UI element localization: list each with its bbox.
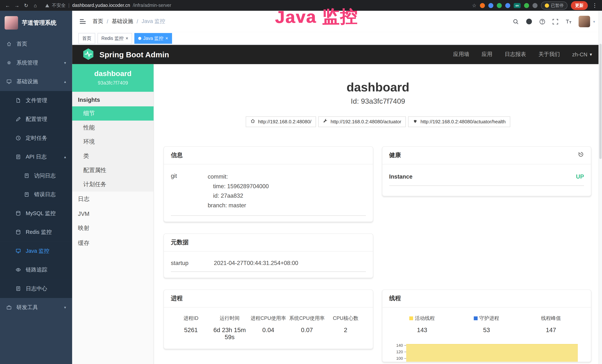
header-actions: ▾ — [512, 16, 595, 27]
font-size-icon[interactable] — [565, 18, 572, 24]
close-icon[interactable] — [126, 36, 128, 41]
sidebar-item-access-logs[interactable]: 访问日志 — [0, 166, 72, 185]
extension-on-badge[interactable]: on — [514, 3, 521, 8]
extension-leaf-icon[interactable] — [524, 3, 529, 8]
github-icon[interactable] — [526, 18, 532, 25]
profile-paused-chip[interactable]: 已暂停 — [541, 1, 568, 9]
status-badge: UP — [576, 173, 584, 180]
metric-value: 0.04 — [249, 327, 288, 334]
chevron-down-icon: ▾ — [590, 52, 592, 57]
sidebar-item-error-logs[interactable]: 错误日志 — [0, 185, 72, 204]
sidebar-toggle-icon[interactable] — [79, 18, 86, 25]
sba-item-logs[interactable]: 日志 — [72, 192, 153, 207]
not-secure-icon — [45, 4, 49, 7]
cards-row-1: 信息 git commit: time: 1596289704000 — [163, 146, 591, 222]
fullscreen-icon[interactable] — [552, 18, 559, 25]
breadcrumb-infrastructure[interactable]: 基础设施 — [112, 18, 133, 25]
extension-puzzle-icon[interactable] — [532, 3, 538, 8]
sba-nav-applications[interactable]: 应用 — [482, 51, 492, 58]
forward-icon[interactable]: → — [13, 2, 21, 8]
annotation-java-monitor: Java 监控 — [275, 5, 358, 29]
sidebar-item-system[interactable]: 系统管理 ▾ — [0, 54, 72, 72]
tab-redis-monitor[interactable]: Redis 监控 — [97, 33, 132, 44]
sba-nav-about[interactable]: 关于我们 — [538, 51, 560, 58]
profile-emoji-icon — [545, 3, 549, 8]
sidebar-item-config-management[interactable]: 配置管理 — [0, 110, 72, 128]
back-icon[interactable]: ← — [4, 2, 11, 8]
breadcrumb-home[interactable]: 首页 — [93, 18, 103, 25]
metric-pid: 进程ID 5261 — [172, 315, 210, 341]
sidebar-item-mysql-monitor[interactable]: MySQL 监控 — [0, 204, 72, 223]
bookmark-star-icon[interactable]: ☆ — [472, 2, 476, 8]
sidebar-item-label: 系统管理 — [17, 59, 38, 66]
sidebar-item-label: 日志中心 — [26, 285, 47, 292]
sba-item-jvm[interactable]: JVM — [72, 207, 153, 221]
sba-item-environment[interactable]: 环境 — [72, 135, 153, 149]
scrollbar-thumb[interactable] — [599, 44, 602, 159]
document-icon — [24, 173, 30, 179]
sidebar-item-home[interactable]: 首页 — [0, 34, 72, 53]
chrome-update-button[interactable]: 更新 — [571, 1, 588, 10]
sba-item-performance[interactable]: 性能 — [72, 120, 153, 135]
sba-item-config-props[interactable]: 配置属性 — [72, 163, 153, 177]
service-url-link[interactable]: http://192.168.0.2:48080/ — [246, 116, 316, 127]
legend-label: 线程峰值 — [541, 315, 561, 322]
sidebar-item-redis-monitor[interactable]: Redis 监控 — [0, 223, 72, 241]
close-icon[interactable] — [165, 36, 168, 41]
sidebar-item-file-management[interactable]: 文件管理 — [0, 91, 72, 110]
sba-nav-journal[interactable]: 日志报表 — [505, 51, 526, 58]
browser-menu-icon[interactable]: ⋮ — [591, 2, 598, 8]
tab-label: Java 监控 — [143, 35, 163, 42]
edit-icon — [15, 116, 22, 122]
health-url-link[interactable]: http://192.168.0.2:48080/actuator/health — [408, 116, 510, 127]
wrench-icon — [323, 118, 328, 125]
language-label: zh-CN — [572, 51, 587, 57]
extension-pin-icon[interactable] — [488, 3, 493, 8]
process-card-body: 进程ID 5261 运行时间 6d 23h 15m 59s — [164, 307, 373, 349]
sba-nav: 应用墙 应用 日志报表 关于我们 zh-CN ▾ — [453, 51, 592, 58]
sba-item-caches[interactable]: 缓存 — [72, 236, 153, 251]
search-icon[interactable] — [512, 18, 519, 25]
extension-orange-icon[interactable] — [480, 3, 485, 8]
sidebar-item-tracing[interactable]: 链路追踪 — [0, 260, 72, 279]
metric-uptime: 运行时间 6d 23h 15m 59s — [210, 315, 249, 341]
sba-item-classes[interactable]: 类 — [72, 149, 153, 163]
sidebar-item-label: API 日志 — [26, 153, 47, 160]
sidebar-item-infrastructure[interactable]: 基础设施 ▴ — [0, 72, 72, 91]
legend-value: 53 — [454, 327, 519, 334]
address-bar[interactable]: 不安全 | dashboard.yudao.iocoder.cn/infra/a… — [45, 2, 171, 9]
sba-item-scheduled-tasks[interactable]: 计划任务 — [72, 177, 153, 192]
browser-home-icon[interactable]: ⌂ — [32, 2, 39, 8]
sidebar-item-dev-tools[interactable]: 研发工具 ▾ — [0, 298, 72, 317]
reload-icon[interactable]: ↻ — [22, 2, 30, 8]
tab-home[interactable]: 首页 — [78, 33, 95, 44]
page-title: dashboard — [154, 80, 602, 94]
user-avatar[interactable] — [579, 16, 590, 27]
tab-label: 首页 — [82, 35, 91, 42]
page-scrollbar[interactable] — [599, 11, 602, 364]
sba-instance-header[interactable]: dashboard 93a3fc7f7409 — [72, 64, 153, 92]
sidebar-item-api-logs[interactable]: API 日志 ▴ — [0, 147, 72, 166]
sba-item-details[interactable]: 细节 — [72, 107, 153, 121]
extension-grid-icon[interactable] — [505, 3, 510, 8]
sidebar-item-java-monitor[interactable]: Java 监控 — [0, 242, 72, 260]
metric-process-cpu: 进程CPU使用率 0.04 — [249, 315, 288, 341]
sba-nav-wallboard[interactable]: 应用墙 — [453, 51, 469, 58]
sba-language-select[interactable]: zh-CN ▾ — [572, 51, 592, 57]
sidebar-item-scheduled-jobs[interactable]: 定时任务 — [0, 129, 72, 147]
sidebar-logo-row[interactable]: 芋道管理系统 — [0, 11, 72, 34]
sidebar-item-log-center[interactable]: 日志中心 — [0, 279, 72, 298]
history-icon[interactable] — [578, 151, 584, 159]
tick-mark — [404, 358, 406, 359]
sidebar-item-label: 基础设施 — [17, 78, 38, 85]
actuator-url: http://192.168.0.2:48080/actuator — [331, 119, 401, 124]
actuator-url-link[interactable]: http://192.168.0.2:48080/actuator — [318, 116, 406, 127]
help-icon[interactable] — [539, 18, 546, 25]
sidebar-item-label: MySQL 监控 — [26, 210, 56, 217]
metric-value: 5261 — [172, 327, 210, 334]
extension-green-icon[interactable] — [497, 3, 502, 8]
tab-java-monitor[interactable]: Java 监控 — [134, 33, 172, 44]
sba-item-mappings[interactable]: 映射 — [72, 221, 153, 236]
browser-toolbar-right: ☆ on 已暂停 更新 ⋮ — [472, 1, 598, 10]
threads-legend: 活动线程 143 守护进程 — [389, 313, 584, 336]
